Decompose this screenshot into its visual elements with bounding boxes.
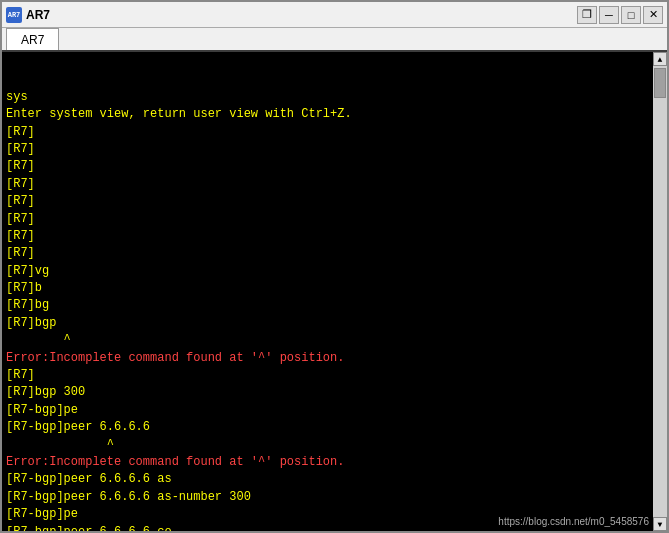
title-bar: AR7 AR7 ❐ ─ □ ✕ bbox=[2, 2, 667, 28]
maximize-button[interactable]: □ bbox=[621, 6, 641, 24]
terminal-body[interactable]: sys Enter system view, return user view … bbox=[2, 52, 667, 531]
title-bar-left: AR7 AR7 bbox=[6, 7, 50, 23]
minimize-button[interactable]: ─ bbox=[599, 6, 619, 24]
scrollbar-thumb[interactable] bbox=[654, 68, 666, 98]
restore-button[interactable]: ❐ bbox=[577, 6, 597, 24]
scrollbar-track[interactable] bbox=[653, 66, 667, 517]
app-icon: AR7 bbox=[6, 7, 22, 23]
scroll-down-arrow[interactable]: ▼ bbox=[653, 517, 667, 531]
main-window: AR7 AR7 ❐ ─ □ ✕ AR7 sys Enter system vie… bbox=[0, 0, 669, 533]
tab-ar7[interactable]: AR7 bbox=[6, 28, 59, 50]
tab-bar: AR7 bbox=[2, 28, 667, 52]
close-button[interactable]: ✕ bbox=[643, 6, 663, 24]
scroll-up-arrow[interactable]: ▲ bbox=[653, 52, 667, 66]
watermark: https://blog.csdn.net/m0_5458576 bbox=[498, 516, 649, 527]
window-controls: ❐ ─ □ ✕ bbox=[577, 6, 663, 24]
scrollbar[interactable]: ▲ ▼ bbox=[653, 52, 667, 531]
terminal-content: sys Enter system view, return user view … bbox=[6, 54, 663, 531]
window-title: AR7 bbox=[26, 8, 50, 22]
